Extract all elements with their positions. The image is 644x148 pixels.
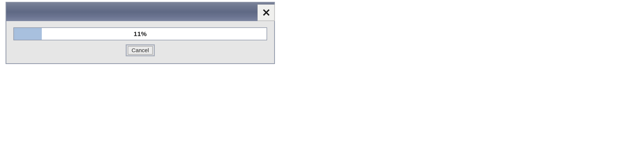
cancel-button[interactable]: Cancel (126, 44, 154, 56)
dialog-client-area: 11% Cancel (6, 21, 274, 63)
close-icon: ✕ (262, 7, 271, 18)
progress-dialog: ✕ 11% Cancel (6, 2, 275, 64)
button-row: Cancel (13, 44, 267, 56)
cancel-button-label: Cancel (128, 46, 152, 55)
titlebar[interactable]: ✕ (6, 2, 274, 21)
progress-bar-label: 11% (14, 28, 266, 40)
progress-bar: 11% (13, 27, 267, 40)
close-button[interactable]: ✕ (258, 4, 275, 21)
